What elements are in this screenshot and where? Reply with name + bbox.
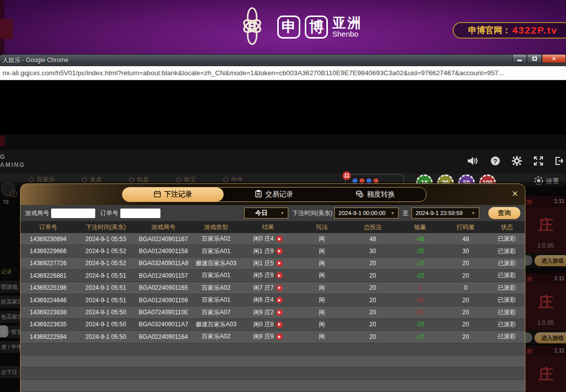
search-button[interactable]: 查询 [488, 207, 520, 219]
col-result: 结果 [241, 223, 295, 232]
cell-volume: 20 [444, 260, 488, 267]
col-order: 订单号 [21, 223, 76, 232]
game-corner-block [0, 135, 5, 146]
cell-total-bet: 20 [349, 321, 397, 328]
cell-game-type: 极速百家乐A03 [191, 259, 241, 268]
logo-region: 亚洲 [332, 16, 362, 30]
cell-bet-time: 2024-9-1 05:52 [76, 248, 136, 255]
video-replay-icon[interactable] [276, 321, 283, 328]
video-replay-icon[interactable] [276, 309, 283, 316]
header-maroon-block [0, 19, 13, 39]
table-row: 143692236352024-9-1 05:50BGA032409011A7极… [21, 319, 525, 331]
logo-subtitle: Shenbo [332, 30, 362, 38]
video-replay-icon[interactable] [276, 272, 283, 279]
to-label: 至 [403, 209, 409, 218]
close-icon[interactable]: ✕ [512, 189, 518, 199]
table-row: 143692308942024-9-1 05:53BGA02240901167百… [21, 233, 525, 245]
tab-quota-transfer[interactable]: $ 额度转换 [325, 187, 426, 202]
col-bet-time: 下注时间(美东) [76, 223, 136, 232]
result-text: 闲5 庄9 [253, 271, 274, 280]
cell-play: 闲 [295, 259, 349, 268]
tab-bet-records[interactable]: 下注记录 [122, 187, 224, 202]
cell-bet-time: 2024-9-1 05:53 [76, 236, 136, 243]
cell-result: 闲8 庄9 [241, 332, 295, 341]
svg-text:?: ? [493, 157, 497, 165]
cell-play: 闲 [295, 271, 349, 280]
time-from-select[interactable]: 2024-9-1 00:00:00 ▼ [334, 208, 399, 219]
table-row: 143692296662024-9-1 05:52BGA01240901158百… [21, 245, 525, 257]
fullscreen-icon[interactable] [533, 156, 543, 166]
close-window-icon: ✕ [551, 56, 556, 62]
cell-total-bet: 20 [349, 260, 397, 267]
calendar-icon [154, 190, 161, 199]
chevron-down-icon: ▼ [471, 211, 475, 216]
cell-game-type: 极速百家乐A03 [191, 320, 241, 329]
cell-game-round: BGA032409011A9 [136, 260, 191, 267]
maximize-icon [532, 57, 537, 61]
cell-result: 闲5 庄9 [241, 271, 295, 280]
time-to-select[interactable]: 2024-9-1 23:59:59 ▼ [412, 208, 479, 219]
result-text: 闲0 庄8 [253, 320, 274, 329]
video-replay-icon[interactable] [276, 260, 283, 267]
video-replay-icon[interactable] [276, 333, 283, 340]
bet-time-label: 下注时间(美东) [292, 209, 332, 218]
col-winloss: 输赢 [397, 223, 444, 232]
exit-icon[interactable] [555, 156, 563, 166]
game-area: G AMING ? [0, 134, 566, 392]
table-row: 143692246462024-9-1 05:51BGA01240901156百… [21, 294, 525, 306]
close-window-button[interactable]: ✕ [542, 55, 566, 63]
table-header: 订单号 下注时间(美东) 游戏局号 游戏类型 结果 玩法 总投注 输赢 打码量 … [21, 221, 525, 233]
col-status: 状态 [488, 223, 525, 232]
result-text: 闲7 庄7 [253, 284, 274, 292]
cell-winloss: -48 [397, 236, 444, 243]
table-row: 143692225942024-9-1 05:50BGA02240901164百… [21, 331, 525, 343]
minimize-button[interactable] [512, 55, 527, 63]
cell-winloss: -20 [397, 333, 444, 340]
video-replay-icon[interactable] [276, 236, 283, 242]
window-titlebar[interactable]: 人娱乐 - Google Chrome ✕ [0, 54, 566, 66]
order-no-input[interactable] [120, 209, 160, 218]
cell-total-bet: 20 [349, 309, 397, 316]
bet-records-modal: 下注记录 交易记录 $ 额度转换 ✕ [20, 183, 525, 392]
col-game-type: 游戏类型 [191, 223, 241, 232]
brand-line1: G [0, 153, 25, 161]
maximize-button[interactable] [527, 55, 542, 63]
order-no-label: 订单号 [100, 209, 118, 218]
cell-status: 已派彩 [488, 296, 525, 304]
cell-total-bet: 30 [349, 248, 397, 255]
cell-order: 14369225198 [21, 284, 76, 291]
cell-game-round: BGA01240901157 [136, 272, 191, 279]
tab-label: 交易记录 [265, 190, 293, 199]
official-site-pill[interactable]: 申博官网： 4322P.tv [453, 22, 566, 39]
cell-bet-time: 2024-9-1 05:51 [76, 297, 136, 304]
table-row: 143692238382024-9-1 05:50BGA0724090110E百… [21, 306, 525, 318]
cell-order: 14369230894 [21, 236, 76, 243]
chrome-window: 人娱乐 - Google Chrome ✕ nx-ali.gqjcxs.com/… [0, 54, 566, 392]
cell-winloss: -30 [397, 248, 444, 255]
tab-transaction-records[interactable]: 交易记录 [224, 187, 325, 202]
cell-status: 已派彩 [488, 332, 525, 341]
gear-icon[interactable] [512, 156, 522, 166]
cell-total-bet: 20 [349, 297, 397, 304]
cell-play: 闲 [295, 235, 349, 243]
cell-bet-time: 2024-9-1 05:52 [76, 260, 136, 267]
table-row: 143692268812024-9-1 05:51BGA01240901157百… [21, 270, 525, 282]
game-header: G AMING ? [0, 149, 566, 173]
result-text: 闲0 庄4 [253, 235, 274, 243]
video-replay-icon[interactable] [276, 297, 283, 303]
table-row-empty [21, 343, 525, 355]
quick-range-select[interactable]: 今日 ▼ [244, 208, 288, 219]
help-icon[interactable]: ? [490, 156, 500, 166]
speaker-icon[interactable] [468, 156, 479, 166]
video-replay-icon[interactable] [276, 248, 283, 255]
url-bar[interactable]: nx-ali.gqjcxs.com/h5V01/pc/index.html?re… [0, 66, 566, 80]
game-round-input[interactable] [51, 209, 95, 218]
site-header: 申 博 亚洲 Shenbo 申博官网： 4322P.tv [0, 0, 566, 54]
cell-order: 14369224646 [21, 297, 76, 304]
cell-order: 14369223838 [21, 309, 76, 316]
chevron-down-icon: ▼ [391, 211, 395, 216]
video-replay-icon[interactable] [276, 285, 283, 291]
chevron-down-icon: ▼ [280, 211, 284, 216]
result-text: 闲9 庄2 [253, 308, 274, 317]
window-controls: ✕ [512, 55, 566, 63]
